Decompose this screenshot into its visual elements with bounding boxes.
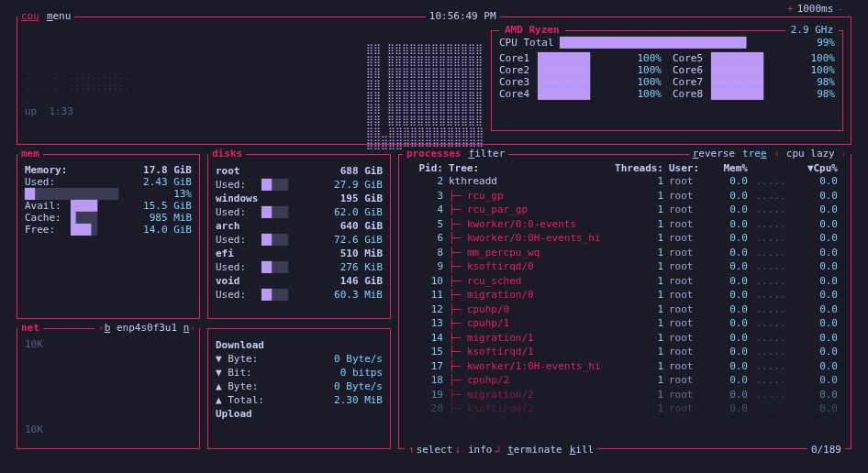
disks-title[interactable]: disks (208, 148, 246, 160)
proc-columns[interactable]: Pid: Tree: Threads: User: Mem% ▼Cpu% (406, 162, 843, 174)
download-label: Download (216, 338, 383, 352)
core-row: Core1██████████100% (499, 52, 662, 64)
mem-title[interactable]: mem (17, 148, 43, 160)
net-scale-bottom: 10K (25, 424, 192, 435)
proc-position: 0/189 (811, 444, 841, 456)
process-row[interactable]: 9 ├─ ksoftirqd/0 1 root 0.0 ..... 0.0 (406, 259, 843, 274)
process-row[interactable]: 17 ├─ kworker/1:0H-events_hi 1 root 0.0 … (406, 359, 843, 374)
process-row[interactable]: 4 ├─ rcu_par_gp 1 root 0.0 ..... 0.0 (406, 203, 843, 217)
mem-panel: mem Memory:17.8 GiB Used:2.43 GiB ██████… (17, 154, 200, 319)
net-scale-top: 10K (25, 338, 192, 350)
core-row: Core2██████████100% (499, 64, 662, 76)
menu-button[interactable]: menu (43, 10, 75, 22)
disks-panel: disks root688 GiB Used:█████27.9 GiBwind… (207, 154, 391, 319)
reverse-button[interactable]: reverse (689, 148, 739, 160)
core-row: Core5██████████100% (673, 52, 835, 64)
process-row[interactable]: 19 ├─ migration/2 1 root 0.0 ..... 0.0 (406, 388, 843, 402)
net-panel: net ‹b enp4s0f3u1 n› 10K 10K (17, 328, 200, 449)
processes-panel: processes filter reverse tree ‹ cpu lazy… (398, 154, 851, 449)
terminate-button[interactable]: terminate (507, 444, 562, 456)
process-row[interactable]: 15 ├─ ksoftirqd/1 1 root 0.0 ..... 0.0 (406, 345, 843, 359)
cpu-title[interactable]: cpu (17, 10, 43, 22)
clock: 10:56:49 PM (426, 10, 500, 22)
core-row: Core7██████████98% (673, 76, 835, 88)
process-row[interactable]: 11 ├─ migration/0 1 root 0.0 ..... 0.0 (406, 288, 843, 302)
cpu-total-pct: 99% (817, 37, 835, 49)
net-stat-row: ▲ Total:2.30 MiB (216, 393, 383, 407)
uptime-value: 1:33 (50, 105, 74, 117)
cpu-model: AMD Ryzen (499, 24, 565, 36)
filter-button[interactable]: filter (465, 148, 509, 160)
rate-plus-icon[interactable]: + (787, 3, 794, 15)
tree-button[interactable]: tree (739, 148, 771, 160)
process-row[interactable]: 14 ├─ migration/1 1 root 0.0 ..... 0.0 (406, 331, 843, 346)
update-rate: 1000ms (797, 3, 834, 15)
process-row[interactable]: 6 ├─ kworker/0:0H-events_hi 1 root 0.0 .… (406, 231, 843, 246)
upload-label: Upload (216, 407, 383, 421)
select-button[interactable]: select (417, 444, 453, 456)
cpu-panel: cpu menu 10:56:49 PM + 1000ms - . . . ..… (17, 16, 851, 145)
up-arrow-icon[interactable]: ↑ (408, 444, 415, 456)
sort-mode[interactable]: ‹ cpu lazy › (771, 148, 851, 160)
process-row[interactable]: 5 ├─ kworker/0:0-events 1 root 0.0 .....… (406, 217, 843, 232)
process-row[interactable]: 10 ├─ rcu_sched 1 root 0.0 ..... 0.0 (406, 274, 843, 289)
process-row[interactable]: 2 kthreadd 1 root 0.0 ..... 0.0 (406, 174, 843, 189)
process-row[interactable]: 12 ├─ cpuhp/0 1 root 0.0 ..... 0.0 (406, 302, 843, 317)
uptime-label: up (25, 105, 37, 117)
proc-title[interactable]: processes (403, 148, 465, 160)
core-row: Core4██████████100% (499, 88, 662, 100)
net-stat-row: ▼ Bit:0 bitps (216, 366, 383, 380)
rate-minus-icon[interactable]: - (837, 3, 843, 15)
process-row[interactable]: 8 ├─ mm_percpu_wq 1 root 0.0 ..... 0.0 (406, 246, 843, 260)
process-row[interactable]: 20 ├─ ksoftirqd/2 1 root 0.0 ..... 0.0 (406, 402, 843, 416)
net-title[interactable]: net (17, 322, 43, 334)
process-row[interactable]: 18 ├─ cpuhp/2 1 root 0.0 ..... 0.0 (406, 373, 843, 388)
kill-button[interactable]: kill (570, 444, 595, 456)
cpu-detail-panel: AMD Ryzen 2.9 GHz CPU Total ████████████… (491, 30, 843, 131)
core-row: Core8██████████98% (673, 88, 835, 100)
core-row: Core3██████████100% (499, 76, 662, 88)
cpu-graph: ⣿⣿ ⣿⣿⣿⣿⣿⣿⣿⣿⣿⣿⣿⣿⣿ ⣿⣿ ⣿⣿⣿⣿⣿⣿⣿⣿⣿⣿⣿⣿⣿ ⣿⣿ ⣿⣿⣿… (366, 43, 485, 150)
net-stat-row: ▲ Byte:0 Byte/s (216, 380, 383, 393)
cpu-freq: 2.9 GHz (785, 24, 839, 36)
process-row[interactable]: 3 ├─ rcu_gp 1 root 0.0 ..... 0.0 (406, 189, 843, 204)
core-row: Core6██████████100% (673, 64, 835, 76)
down-arrow-icon[interactable]: ↓ (454, 444, 461, 456)
net-stat-row: ▼ Byte:0 Byte/s (216, 352, 383, 366)
info-button[interactable]: info (468, 444, 493, 456)
net-stats-panel: Download ▼ Byte:0 Byte/s▼ Bit:0 bitps▲ B… (207, 328, 391, 449)
net-iface[interactable]: ‹b enp4s0f3u1 n› (95, 322, 199, 334)
process-row[interactable]: 13 ├─ cpuhp/1 1 root 0.0 ..... 0.0 (406, 316, 843, 331)
